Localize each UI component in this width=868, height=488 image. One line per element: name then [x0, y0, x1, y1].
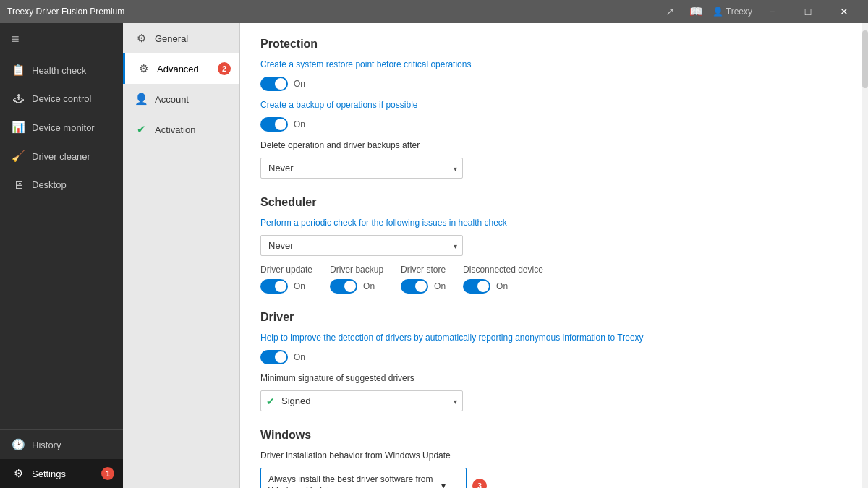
share-icon[interactable]: ↗: [660, 1, 681, 22]
account-icon: 👤: [135, 93, 148, 106]
driver-store-state: On: [434, 281, 446, 291]
app-title: Treexy Driver Fusion Premium: [7, 7, 124, 17]
signature-label: Minimum signature of suggested drivers: [260, 373, 848, 383]
windows-section: Windows Driver installation behavior fro…: [260, 429, 848, 488]
backup-row: Create a backup of operations if possibl…: [260, 100, 848, 132]
device-monitor-icon: 📊: [12, 121, 25, 134]
windows-dropdown-container: Always install the best driver software …: [260, 468, 467, 488]
sidebar-label-device-control: Device control: [32, 93, 91, 104]
sidebar-item-settings[interactable]: ⚙ Settings 1: [0, 459, 123, 488]
mid-item-account[interactable]: 👤 Account: [123, 84, 239, 114]
windows-dropdown-button[interactable]: Always install the best driver software …: [260, 468, 467, 488]
scheduler-driver-update-label: Driver update: [260, 265, 312, 275]
restore-label: Create a system restore point before cri…: [260, 59, 848, 69]
settings-badge: 1: [101, 467, 114, 480]
scheduler-driver-update: Driver update On: [260, 265, 312, 294]
backup-toggle[interactable]: [260, 117, 288, 132]
driver-backup-toggle-row: On: [330, 279, 383, 294]
scheduler-driver-backup-label: Driver backup: [330, 265, 383, 275]
restore-row: Create a system restore point before cri…: [260, 59, 848, 91]
driver-store-toggle-row: On: [401, 279, 446, 294]
device-control-icon: 🕹: [12, 93, 25, 105]
app-body: ≡ 📋 Health check 🕹 Device control 📊 Devi…: [0, 23, 868, 488]
minimize-button[interactable]: −: [755, 0, 788, 23]
hamburger-icon[interactable]: ≡: [0, 23, 123, 56]
windows-install-row: Driver installation behavior from Window…: [260, 450, 848, 488]
driver-backup-toggle[interactable]: [330, 279, 357, 294]
maximize-button[interactable]: □: [791, 0, 825, 23]
sidebar-item-device-control[interactable]: 🕹 Device control: [0, 85, 123, 113]
windows-step-badge: 3: [472, 479, 487, 488]
sidebar-item-driver-cleaner[interactable]: 🧹 Driver cleaner: [0, 142, 123, 171]
scheduler-disconnected-device: Disconnected device On: [463, 265, 543, 294]
sidebar-label-desktop: Desktop: [32, 179, 67, 190]
delete-dropdown[interactable]: Never 1 week 1 month 3 months 6 months 1…: [260, 158, 463, 179]
mid-panel: ⚙ General ⚙ Advanced 2 👤 Account ✔ Activ…: [123, 23, 240, 488]
scheduler-items-row: Driver update On Driver backup On Driver…: [260, 265, 848, 294]
driver-cleaner-icon: 🧹: [12, 150, 25, 163]
mid-label-activation: Activation: [155, 124, 195, 135]
titlebar-left: Treexy Driver Fusion Premium: [7, 7, 124, 17]
sidebar: ≡ 📋 Health check 🕹 Device control 📊 Devi…: [0, 23, 123, 488]
driver-update-toggle[interactable]: [260, 279, 288, 294]
bookmark-icon[interactable]: 📖: [686, 1, 707, 22]
sidebar-label-driver-cleaner: Driver cleaner: [32, 151, 90, 162]
scrollbar-track: [862, 23, 868, 488]
desktop-icon: 🖥: [12, 179, 25, 191]
driver-store-toggle[interactable]: [401, 279, 428, 294]
driver-update-toggle-row: On: [260, 279, 312, 294]
scheduler-section: Scheduler Perform a periodic check for t…: [260, 196, 848, 294]
windows-install-label: Driver installation behavior from Window…: [260, 450, 848, 461]
protection-section: Protection Create a system restore point…: [260, 38, 848, 179]
titlebar-right: ↗ 📖 👤 Treexy − □ ✕: [660, 0, 861, 23]
mid-item-activation[interactable]: ✔ Activation: [123, 114, 239, 145]
scheduler-title: Scheduler: [260, 196, 848, 209]
scrollbar-thumb[interactable]: [862, 30, 868, 88]
signature-dropdown-wrap: Signed Any ✔ ▾: [260, 390, 463, 411]
driver-toggle-row: On: [260, 350, 848, 364]
scheduler-driver-backup: Driver backup On: [330, 265, 383, 294]
history-icon: 🕑: [12, 438, 25, 451]
sidebar-item-history[interactable]: 🕑 History: [0, 430, 123, 459]
windows-dropdown-value: Always install the best driver software …: [268, 474, 441, 488]
sidebar-item-health-check[interactable]: 📋 Health check: [0, 56, 123, 85]
close-button[interactable]: ✕: [827, 0, 861, 23]
advanced-icon: ⚙: [137, 62, 150, 75]
sidebar-item-device-monitor[interactable]: 📊 Device monitor: [0, 113, 123, 142]
sidebar-bottom: 🕑 History ⚙ Settings 1: [0, 429, 123, 488]
driver-update-state: On: [294, 281, 305, 291]
windows-title: Windows: [260, 429, 848, 442]
protection-title: Protection: [260, 38, 848, 51]
delete-row: Delete operation and driver backups afte…: [260, 140, 848, 179]
signature-dropdown[interactable]: Signed Any: [260, 390, 463, 411]
delete-dropdown-wrap: Never 1 week 1 month 3 months 6 months 1…: [260, 158, 463, 179]
sidebar-label-health-check: Health check: [32, 65, 86, 76]
activation-icon: ✔: [135, 123, 148, 136]
driver-help-label: Help to improve the detection of drivers…: [260, 333, 848, 343]
user-section: 👤 Treexy: [712, 7, 752, 17]
user-icon: 👤: [712, 7, 723, 17]
mid-item-advanced[interactable]: ⚙ Advanced 2: [123, 53, 239, 84]
sidebar-item-desktop[interactable]: 🖥 Desktop: [0, 171, 123, 199]
username: Treexy: [726, 7, 752, 17]
driver-toggle[interactable]: [260, 350, 288, 364]
periodic-dropdown[interactable]: Never Daily Weekly Monthly: [260, 235, 463, 256]
driver-title: Driver: [260, 311, 848, 324]
restore-toggle[interactable]: [260, 77, 288, 91]
sidebar-label-settings: Settings: [32, 468, 66, 479]
health-check-icon: 📋: [12, 64, 25, 77]
titlebar: Treexy Driver Fusion Premium ↗ 📖 👤 Treex…: [0, 0, 868, 23]
sidebar-label-history: History: [32, 440, 61, 450]
advanced-badge: 2: [218, 62, 231, 75]
mid-label-advanced: Advanced: [157, 64, 199, 74]
settings-icon: ⚙: [12, 467, 25, 480]
delete-label: Delete operation and driver backups afte…: [260, 140, 848, 150]
disconnected-toggle[interactable]: [463, 279, 490, 294]
periodic-dropdown-wrap: Never Daily Weekly Monthly ▾: [260, 235, 463, 256]
mid-label-account: Account: [155, 94, 189, 105]
scheduler-driver-store-label: Driver store: [401, 265, 446, 275]
driver-backup-state: On: [363, 281, 375, 291]
mid-label-general: General: [155, 33, 188, 44]
mid-item-general[interactable]: ⚙ General: [123, 23, 239, 53]
driver-help-row: Help to improve the detection of drivers…: [260, 333, 848, 364]
